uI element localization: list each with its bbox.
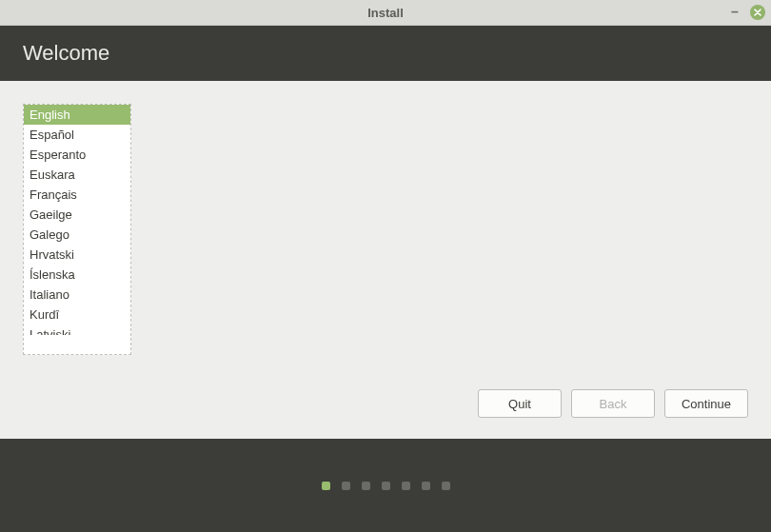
window-controls: –: [727, 5, 765, 20]
language-item[interactable]: Euskara: [24, 165, 130, 185]
language-item[interactable]: Galego: [24, 225, 130, 245]
quit-button[interactable]: Quit: [478, 389, 562, 418]
progress-dot: [342, 482, 350, 490]
language-item[interactable]: Kurdî: [24, 305, 130, 325]
progress-dot: [322, 482, 330, 490]
close-icon: [753, 8, 762, 17]
language-item[interactable]: English: [24, 105, 130, 125]
progress-dot: [442, 482, 450, 490]
progress-dot: [422, 482, 430, 490]
button-row: Quit Back Continue: [478, 389, 748, 418]
language-list[interactable]: EnglishEspañolEsperantoEuskaraFrançaisGa…: [23, 104, 131, 355]
language-item[interactable]: Español: [24, 125, 130, 145]
progress-dot: [382, 482, 390, 490]
page-header: Welcome: [0, 26, 771, 81]
language-item[interactable]: Gaeilge: [24, 205, 130, 225]
minimize-button[interactable]: –: [727, 5, 742, 20]
progress-footer: [0, 439, 771, 532]
language-item[interactable]: Français: [24, 185, 130, 205]
window-title: Install: [367, 6, 404, 20]
language-item[interactable]: Íslenska: [24, 265, 130, 285]
language-item[interactable]: Latviski: [24, 325, 130, 335]
continue-button[interactable]: Continue: [664, 389, 748, 418]
page-title: Welcome: [23, 41, 109, 66]
progress-dot: [362, 482, 370, 490]
language-item[interactable]: Esperanto: [24, 145, 130, 165]
language-item[interactable]: Hrvatski: [24, 245, 130, 265]
content-area: EnglishEspañolEsperantoEuskaraFrançaisGa…: [0, 81, 771, 439]
progress-dot: [402, 482, 410, 490]
titlebar: Install –: [0, 0, 771, 26]
close-button[interactable]: [750, 5, 765, 20]
language-item[interactable]: Italiano: [24, 285, 130, 305]
back-button: Back: [571, 389, 655, 418]
